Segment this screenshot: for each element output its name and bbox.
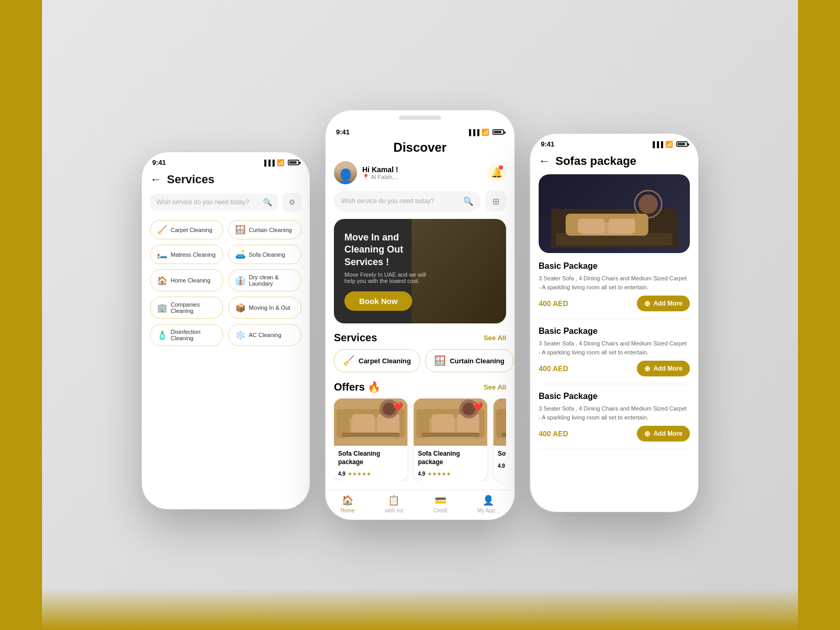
service-label: Curtain Cleaning (249, 227, 292, 233)
service-chip[interactable]: 🛏️ Matress Cleaning (150, 245, 223, 264)
sofa-hero-svg (551, 190, 677, 248)
service-icon: 🛏️ (157, 249, 167, 259)
banner-content: Move In and Cleaning Out Services ! Move… (344, 232, 496, 311)
book-now-button[interactable]: Book Now (344, 291, 412, 311)
offer-image: ❤️ (334, 398, 407, 446)
svg-rect-15 (432, 414, 454, 435)
service-chip[interactable]: 📦 Moving In & Out (228, 297, 301, 319)
svg-rect-41 (578, 219, 605, 234)
service-icon: 🛋️ (235, 249, 246, 259)
add-more-button-0[interactable]: ⊕ Add More (637, 296, 690, 311)
back-button-right[interactable]: ← (539, 154, 550, 168)
status-icons-center: ▐▐▐ 📶 (467, 129, 504, 136)
service-label: Disinfection Cleaning (171, 329, 216, 341)
nav-item-my-app...[interactable]: 👤 My App... (478, 495, 500, 513)
service-pill-label-carpet: Carpet Cleaning (359, 357, 411, 365)
service-pill-curtain[interactable]: 🪟 Curtain Cleaning (425, 349, 513, 372)
search-placeholder-center: Wish service do you need today? (341, 197, 459, 205)
location-pin-icon: 📍 (362, 174, 370, 180)
svg-rect-7 (342, 433, 400, 437)
promo-banner: Move In and Cleaning Out Services ! Move… (334, 219, 506, 323)
offer-card[interactable]: ❤️ Sofa pack... 4.9 ★★★★ (494, 398, 506, 481)
favorite-icon[interactable]: ❤️ (472, 402, 483, 412)
service-label: Moving In & Out (249, 304, 290, 311)
gold-border-right (798, 0, 840, 630)
offer-info: Sofa Cleaning package 4.9 ★★★★★ (414, 446, 487, 481)
offer-rating-row: 4.9 ★★★★★ (338, 468, 403, 478)
offer-info: Sofa Cleaning package 4.9 ★★★★★ (334, 446, 407, 481)
add-more-button-2[interactable]: ⊕ Add More (637, 426, 690, 442)
notification-bell[interactable]: 🔔 (487, 163, 506, 182)
service-chip[interactable]: ❄️ AC Cleaning (228, 324, 301, 346)
package-list: Basic Package 3 Seater Sofa , 4 Dining C… (530, 261, 698, 512)
search-icon-left: 🔍 (263, 198, 272, 206)
service-label: Sofa Cleaning (249, 251, 285, 258)
offer-name: Sofa Cleaning package (418, 450, 483, 466)
service-chip[interactable]: 👔 Dry clean & Laundary (228, 269, 301, 291)
offers-section-title: Offers 🔥 (334, 381, 381, 393)
pkg-price-1: 400 AED (539, 364, 568, 373)
status-bar-center: 9:41 ▐▐▐ 📶 (326, 122, 514, 138)
service-chip[interactable]: 🏠 Home Cleaning (150, 269, 223, 291)
add-more-button-1[interactable]: ⊕ Add More (637, 361, 690, 376)
search-bar-center: Wish service do you need today? 🔍 ⊞ (334, 191, 506, 212)
service-chip[interactable]: 🪟 Curtain Cleaning (228, 220, 301, 239)
fire-icon: 🔥 (368, 381, 381, 393)
hero-sofa (539, 174, 690, 253)
filter-button-center[interactable]: ⊞ (485, 191, 506, 212)
service-label: Dry clean & Laundary (249, 274, 295, 287)
status-time-left: 9:41 (152, 159, 166, 166)
search-input-left[interactable]: Wish service do you need today? 🔍 (150, 194, 278, 211)
user-row: 👤 Hi Kamal ! 📍 Al Falah,... 🔔 (326, 161, 514, 191)
services-see-all[interactable]: See All (484, 334, 506, 342)
plus-icon-0: ⊕ (644, 299, 650, 308)
offer-rating-value: 4.9 (418, 471, 425, 477)
filter-button-left[interactable]: ⚙ (282, 193, 301, 212)
svg-rect-24 (496, 409, 506, 417)
service-pill-carpet[interactable]: 🧹 Carpet Cleaning (334, 349, 420, 372)
service-icon: 📦 (235, 303, 246, 313)
service-icon: 🧴 (157, 330, 167, 340)
nav-item-credit[interactable]: 💳 Credit (433, 495, 447, 513)
pkg-name-0: Basic Package (539, 261, 690, 271)
service-label: AC Cleaning (249, 332, 281, 338)
package-item-1: Basic Package 3 Seater Sofa , 4 Dining C… (539, 327, 690, 384)
phone-right: 9:41 ▐▐▐ 📶 ← Sofas package (530, 134, 698, 512)
service-chip[interactable]: 🛋️ Sofa Cleaning (228, 245, 301, 264)
pkg-name-2: Basic Package (539, 392, 690, 401)
service-icon: 🏢 (157, 303, 167, 313)
services-grid: 🧹 Carpet Cleaning 🪟 Curtain Cleaning 🛏️ … (142, 220, 310, 346)
nav-icon: 👤 (482, 495, 494, 506)
user-name: Hi Kamal ! (362, 165, 482, 174)
offer-rating-value: 4.9 (338, 471, 345, 477)
offer-card[interactable]: ❤️ Sofa Cleaning package 4.9 ★★★★★ (334, 398, 407, 481)
offers-see-all[interactable]: See All (484, 383, 506, 391)
nav-item-wish-list[interactable]: 📋 wish list (385, 495, 403, 513)
pkg-price-0: 400 AED (539, 299, 568, 308)
offer-stars: ★★★★★ (427, 471, 451, 477)
bottom-nav: 🏠 Home 📋 wish list 💳 Credit 👤 My App... (326, 490, 514, 520)
nav-item-home[interactable]: 🏠 Home (341, 495, 355, 513)
search-input-center[interactable]: Wish service do you need today? 🔍 (334, 191, 481, 212)
offer-card[interactable]: ❤️ Sofa Cleaning package 4.9 ★★★★★ (414, 398, 487, 481)
package-header: ← Sofas package (530, 150, 698, 174)
service-icon: ❄️ (235, 330, 246, 340)
service-chip[interactable]: 🏢 Companies Cleaning (150, 297, 223, 319)
service-chip[interactable]: 🧹 Carpet Cleaning (150, 220, 223, 239)
back-button-left[interactable]: ← (150, 173, 162, 186)
phone-notch (399, 116, 441, 120)
service-chip[interactable]: 🧴 Disinfection Cleaning (150, 324, 223, 346)
favorite-icon[interactable]: ❤️ (393, 402, 403, 412)
offer-info: Sofa pack... 4.9 ★★★★ (494, 446, 506, 473)
offer-rating-row: 4.9 ★★★★★ (418, 468, 483, 478)
banner-title: Move In and Cleaning Out Services ! (344, 232, 435, 268)
services-section-header: Services See All (326, 332, 514, 349)
gold-border-bottom (0, 588, 840, 630)
pkg-row-1: 400 AED ⊕ Add More (539, 361, 690, 376)
service-label: Home Cleaning (171, 277, 211, 284)
nav-label: wish list (385, 508, 403, 513)
offer-sofa-svg (494, 398, 506, 446)
offer-stars: ★★★★★ (348, 471, 371, 477)
services-header: ← Services (142, 169, 310, 193)
search-placeholder-left: Wish service do you need today? (156, 198, 259, 206)
